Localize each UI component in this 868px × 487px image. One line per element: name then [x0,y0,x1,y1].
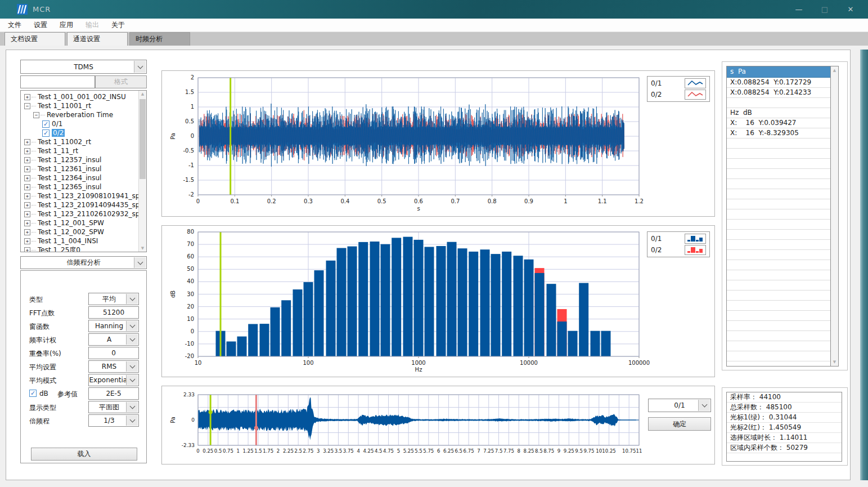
tree-item[interactable]: +Test 1_1_004_INSI [21,236,146,245]
tree-item[interactable]: +Test 1_12365_insul [21,182,146,191]
readout-row[interactable]: X:0.088254 Y:0.214233 [727,88,830,98]
readout-row[interactable] [727,311,830,321]
dropdown-arrow-icon[interactable] [126,402,138,412]
green-cursor-handle[interactable] [209,410,213,414]
db-checkbox-icon[interactable]: ✓ [29,390,37,397]
tab-3[interactable]: 时频分析 [129,32,190,46]
readout-row[interactable] [727,280,830,291]
readout-header[interactable]: s Pa [727,66,830,78]
readout-row[interactable] [727,250,830,260]
maximize-button[interactable]: □ [812,0,838,19]
tree-item[interactable]: −Test 1_11001_rt [21,101,146,110]
menu-item-1[interactable]: 文件 [8,20,21,30]
menu-item-4[interactable]: 输出 [86,20,99,30]
expand-icon[interactable]: + [24,166,30,172]
readout-row[interactable]: Hz dB [727,108,830,118]
form-select-6[interactable]: RMS [88,360,139,373]
readout-row[interactable] [727,209,830,220]
tree-item[interactable]: ✓0/2 [21,128,146,137]
readout-row[interactable] [727,270,830,280]
dropdown-arrow-icon[interactable] [134,257,146,268]
dropdown-arrow-icon[interactable] [126,375,138,385]
scroll-down-icon[interactable]: ▼ [831,359,838,365]
expand-icon[interactable]: + [24,238,30,244]
expand-icon[interactable]: + [24,211,30,217]
expand-icon[interactable]: + [24,175,30,181]
readout-row[interactable] [727,159,830,169]
channel-select[interactable]: 0/1 [648,399,711,412]
readout-row[interactable]: X: 16 Y:-8.329305 [727,128,830,138]
scroll-up-icon[interactable]: ▲ [139,91,146,97]
close-button[interactable]: ✕ [838,0,863,19]
menu-item-3[interactable]: 应用 [60,20,73,30]
expand-icon[interactable]: + [24,229,30,235]
readout-row[interactable] [727,179,830,189]
tab-1[interactable]: 文档设置 [5,32,65,46]
cursor-readout-list[interactable]: s PaX:0.088254 Y:0.172729X:0.088254 Y:0.… [726,66,831,367]
dropdown-arrow-icon[interactable] [126,294,138,304]
tree-scrollbar-thumb[interactable] [140,99,146,179]
scroll-down-icon[interactable]: ▼ [139,245,146,252]
minimize-button[interactable]: — [786,0,812,19]
tree-item[interactable]: +Test 1_123_211026102932_spw [21,209,146,218]
tree-item[interactable]: +Test 1_123_210914094435_spw [21,200,146,209]
tree-item[interactable]: −Reverberation Time [21,110,146,119]
tree-item[interactable]: +Test 1_11002_rt [21,137,146,146]
expand-icon[interactable]: + [24,193,30,199]
expand-icon[interactable]: + [24,184,30,190]
octave-spectrum-chart[interactable]: 10100100010000100000-20-1001020304050607… [162,226,716,378]
checkbox-icon[interactable]: ✓ [42,129,50,137]
readout-row[interactable] [727,260,830,270]
form-select-4[interactable]: A [88,333,139,346]
tree-item[interactable]: +Test 1_12361_insul [21,164,146,173]
readout-row[interactable] [727,149,830,159]
tree-item[interactable]: +Test 1_12364_insul [21,173,146,182]
red-cursor-handle[interactable] [254,426,258,430]
form-input-5[interactable]: 0 [88,347,139,359]
expand-icon[interactable]: + [24,148,30,154]
confirm-button[interactable]: 确定 [648,417,711,431]
expand-icon[interactable]: + [24,157,30,163]
expand-icon[interactable]: + [24,220,30,226]
cursor-list-scrollbar[interactable]: ▲ ▼ [831,66,839,367]
expand-icon[interactable]: + [24,247,30,253]
file-format-select[interactable]: TDMS [20,60,147,74]
form-select-3[interactable]: Hanning [88,320,139,332]
load-button[interactable]: 载入 [31,448,137,461]
scroll-up-icon[interactable]: ▲ [831,67,838,74]
readout-row[interactable] [727,240,830,250]
readout-row[interactable] [727,361,830,367]
readout-row[interactable] [727,301,830,311]
checkbox-icon[interactable]: ✓ [42,120,50,128]
dropdown-arrow-icon[interactable] [698,400,710,411]
form-select-10[interactable]: 1/3 [88,414,139,427]
tree-item[interactable]: +Test 1_001_001_002_INSU [21,92,146,101]
tab-2[interactable]: 通道设置 [67,32,128,46]
form-select-7[interactable]: Exponential [88,374,139,386]
tree-item[interactable]: +Test 1_11_rt [21,146,146,155]
expand-icon[interactable]: + [24,202,30,208]
readout-row[interactable]: X: 16 Y:0.039427 [727,118,830,128]
readout-row[interactable] [727,341,830,351]
search-input[interactable] [20,75,95,88]
form-input-8[interactable]: 2E-5 [88,387,139,400]
readout-row[interactable]: X:0.088254 Y:0.172729 [727,78,830,88]
readout-row[interactable] [727,169,830,179]
readout-row[interactable] [727,331,830,341]
menu-item-2[interactable]: 设置 [34,20,47,30]
tree-item[interactable]: +Test 1_25度0 [21,245,146,252]
readout-row[interactable] [727,138,830,149]
readout-row[interactable] [727,321,830,331]
dropdown-arrow-icon[interactable] [126,321,138,331]
form-select-9[interactable]: 平面图 [88,401,139,413]
readout-row[interactable] [727,351,830,361]
overview-waveform-chart[interactable]: 00.250.50.7511.251.51.7522.252.52.7533.2… [162,386,716,466]
time-waveform-chart[interactable]: 00.10.20.30.40.50.60.70.80.911.11.2-2-1.… [162,71,716,218]
expand-icon[interactable]: + [24,139,30,145]
collapse-icon[interactable]: − [24,103,30,109]
analysis-type-select[interactable]: 倍频程分析 [20,256,147,269]
menu-item-5[interactable]: 关于 [111,20,125,30]
readout-row[interactable] [727,220,830,230]
form-input-2[interactable]: 51200 [88,306,139,319]
collapse-icon[interactable]: − [33,112,39,118]
